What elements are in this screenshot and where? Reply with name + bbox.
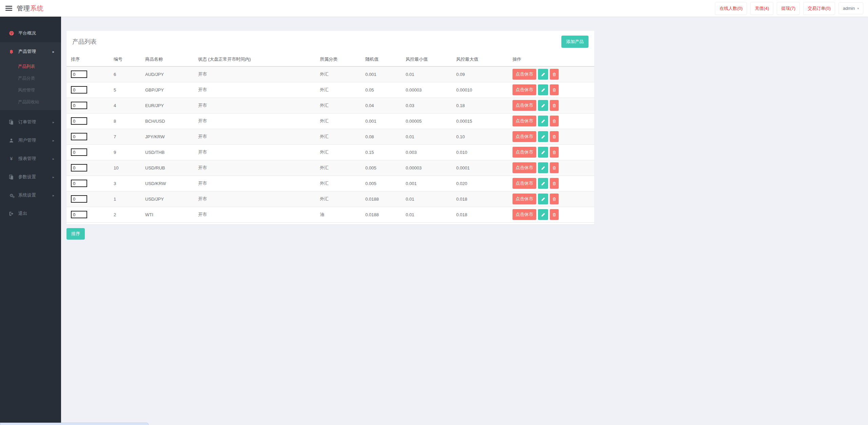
edit-pencil-icon (541, 103, 545, 108)
chevron-down-icon: ▾ (857, 7, 859, 10)
cell-risk-min: 0.01 (406, 207, 456, 222)
column-header-status: 状态 (大盘正常开市时间内) (198, 52, 320, 66)
delete-product-button[interactable] (550, 194, 559, 204)
close-market-button[interactable]: 点击休市 (513, 116, 536, 126)
add-product-button[interactable]: 添加产品 (561, 36, 589, 48)
sidebar-item-product-management[interactable]: ฿ 产品管理 ▸ (0, 42, 61, 61)
cell-risk-max: 0.00015 (456, 113, 513, 129)
column-header-id: 编号 (114, 52, 145, 66)
close-market-button[interactable]: 点击休市 (513, 194, 536, 204)
close-market-button[interactable]: 点击休市 (513, 147, 536, 158)
chevron-right-icon: ▸ (53, 120, 54, 124)
browser-status-bubble (0, 423, 149, 425)
delete-product-button[interactable] (550, 69, 559, 80)
sidebar-item-platform-overview[interactable]: 平台概况 (0, 24, 61, 42)
close-market-button[interactable]: 点击休市 (513, 131, 536, 142)
edit-product-button[interactable] (538, 100, 548, 111)
sidebar-item-system-settings[interactable]: ⚙⚙ 系统设置 ▸ (0, 186, 61, 204)
cell-id: 7 (114, 129, 145, 144)
sidebar-item-parameter-settings[interactable]: 参数设置 ▸ (0, 168, 61, 186)
cell-category: 外汇 (320, 176, 365, 191)
cell-category: 外汇 (320, 160, 365, 176)
edit-product-button[interactable] (538, 209, 548, 220)
close-market-button[interactable]: 点击休市 (513, 209, 536, 220)
admin-user-menu[interactable]: admin ▾ (838, 2, 863, 14)
header-links: 在线人数(0) 充值(4) 提现(7) 交易订单(0) admin ▾ (715, 2, 863, 15)
cell-category: 外汇 (320, 98, 365, 113)
trash-icon (552, 181, 556, 186)
delete-product-button[interactable] (550, 178, 559, 189)
sidebar-item-logout[interactable]: 退出 (0, 204, 61, 223)
sort-order-input[interactable] (71, 211, 87, 218)
edit-product-button[interactable] (538, 69, 548, 80)
recharge-link[interactable]: 充值(4) (750, 2, 773, 15)
close-market-button[interactable]: 点击休市 (513, 162, 536, 173)
cell-risk-min: 0.01 (406, 66, 456, 82)
online-users-link[interactable]: 在线人数(0) (715, 2, 747, 15)
cell-status: 开市 (198, 144, 320, 160)
sort-order-input[interactable] (71, 148, 87, 156)
delete-product-button[interactable] (550, 209, 559, 220)
delete-product-button[interactable] (550, 84, 559, 95)
row-actions: 点击休市 (513, 178, 594, 189)
sort-order-input[interactable] (71, 195, 87, 203)
sort-order-input[interactable] (71, 102, 87, 109)
edit-product-button[interactable] (538, 116, 548, 126)
close-market-button[interactable]: 点击休市 (513, 84, 536, 95)
sidebar-item-label: 参数设置 (18, 174, 36, 180)
edit-product-button[interactable] (538, 162, 548, 173)
row-actions: 点击休市 (513, 116, 594, 126)
gears-icon: ⚙⚙ (8, 193, 14, 198)
sort-order-input[interactable] (71, 164, 87, 171)
sort-order-input[interactable] (71, 180, 87, 187)
edit-pencil-icon (541, 88, 545, 92)
delete-product-button[interactable] (550, 116, 559, 126)
cell-id: 1 (114, 191, 145, 207)
trade-orders-link[interactable]: 交易订单(0) (803, 2, 835, 15)
sort-order-input[interactable] (71, 70, 87, 78)
sidebar-item-report-management[interactable]: ¥ 报表管理 ▸ (0, 149, 61, 168)
sidebar-item-product-list[interactable]: 产品列表 (0, 61, 61, 73)
column-header-actions: 操作 (513, 52, 594, 66)
close-market-button[interactable]: 点击休市 (513, 178, 536, 189)
cell-status: 开市 (198, 207, 320, 222)
cell-status: 开市 (198, 176, 320, 191)
sidebar-item-order-management[interactable]: 订单管理 ▸ (0, 113, 61, 131)
cell-random-value: 0.0188 (365, 191, 406, 207)
sidebar-item-product-recycle-bin[interactable]: 产品回收站 (0, 96, 61, 108)
edit-pencil-icon (541, 135, 545, 139)
sidebar-item-risk-management[interactable]: 风控管理 (0, 84, 61, 96)
cell-id: 2 (114, 207, 145, 222)
edit-product-button[interactable] (538, 178, 548, 189)
cell-product-name: WTI (145, 207, 198, 222)
sort-order-input[interactable] (71, 133, 87, 140)
edit-product-button[interactable] (538, 131, 548, 142)
sort-order-input[interactable] (71, 86, 87, 94)
trash-icon (552, 119, 556, 123)
sidebar-item-user-management[interactable]: 用户管理 ▸ (0, 131, 61, 149)
delete-product-button[interactable] (550, 100, 559, 111)
sort-submit-button[interactable]: 排序 (66, 228, 85, 240)
close-market-button[interactable]: 点击休市 (513, 100, 536, 111)
hamburger-menu-icon[interactable] (5, 6, 12, 11)
chevron-right-icon: ▸ (53, 175, 54, 179)
delete-product-button[interactable] (550, 162, 559, 173)
edit-product-button[interactable] (538, 147, 548, 158)
sidebar-item-product-category[interactable]: 产品分类 (0, 73, 61, 84)
table-row: 3USD/KRW开市外汇0.0050.0010.020点击休市 (66, 176, 594, 191)
row-actions: 点击休市 (513, 100, 594, 111)
delete-product-button[interactable] (550, 131, 559, 142)
close-market-button[interactable]: 点击休市 (513, 69, 536, 80)
sort-order-input[interactable] (71, 117, 87, 125)
cell-risk-max: 0.018 (456, 207, 513, 222)
trash-icon (552, 103, 556, 108)
edit-product-button[interactable] (538, 84, 548, 95)
cell-id: 6 (114, 66, 145, 82)
logo-text-red: 系统 (30, 5, 44, 12)
edit-pencil-icon (541, 212, 545, 217)
delete-product-button[interactable] (550, 147, 559, 158)
edit-product-button[interactable] (538, 194, 548, 204)
cell-risk-max: 0.00010 (456, 82, 513, 98)
table-row: 1USD/JPY开市外汇0.01880.010.018点击休市 (66, 191, 594, 207)
withdraw-link[interactable]: 提现(7) (777, 2, 800, 15)
